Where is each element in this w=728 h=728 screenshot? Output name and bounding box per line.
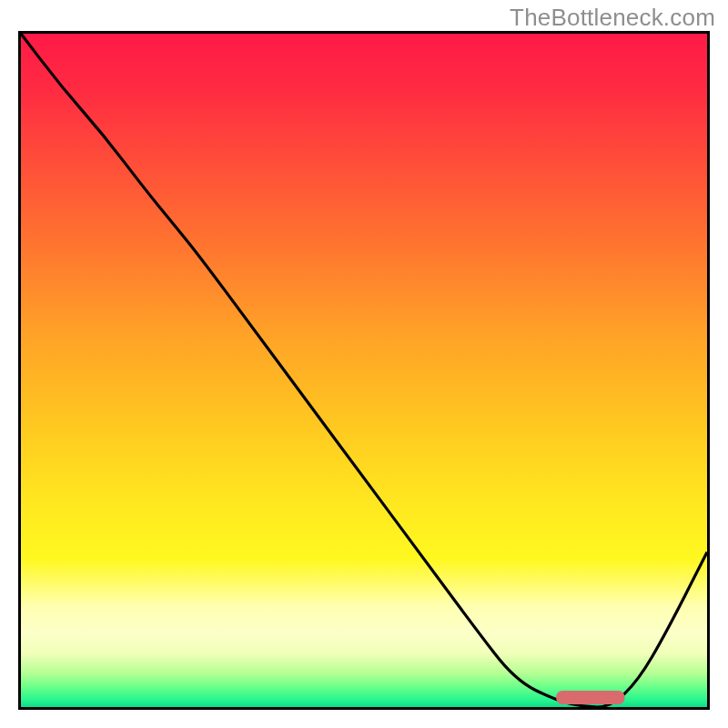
- chart-container: TheBottleneck.com: [0, 0, 728, 728]
- plot-overlay: [21, 34, 707, 707]
- plot-frame: [18, 31, 710, 710]
- bottleneck-curve: [21, 34, 707, 707]
- optimal-point-marker: [556, 691, 624, 704]
- attribution-text: TheBottleneck.com: [510, 4, 715, 32]
